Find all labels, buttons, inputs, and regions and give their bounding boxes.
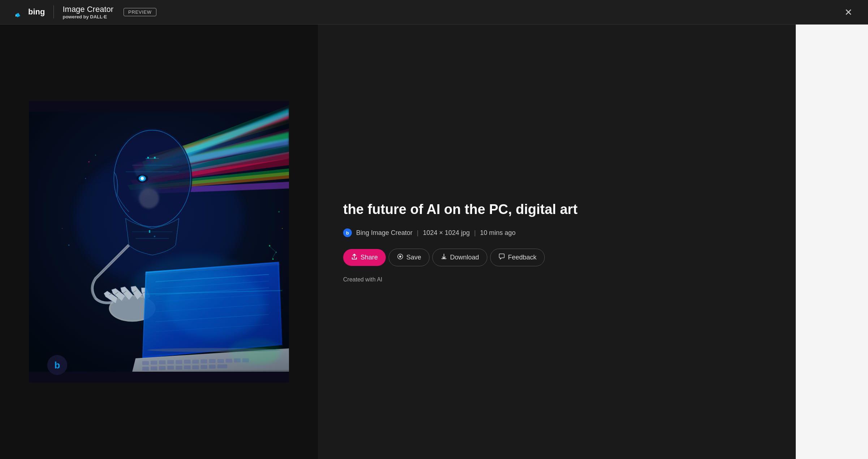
svg-rect-47: [192, 360, 199, 364]
svg-point-6: [112, 128, 193, 228]
svg-point-81: [68, 244, 70, 246]
bing-logo-icon: [11, 5, 25, 19]
created-with-ai: Created with AI: [343, 276, 770, 283]
close-button[interactable]: ✕: [840, 4, 857, 21]
svg-point-15: [141, 177, 144, 180]
header-divider: [53, 5, 54, 18]
header: bing Image Creator powered by DALL·E PRE…: [0, 0, 868, 25]
header-left: bing Image Creator powered by DALL·E PRE…: [11, 5, 156, 20]
share-label: Share: [360, 254, 378, 261]
save-icon: [397, 253, 403, 262]
svg-rect-43: [159, 360, 165, 364]
preview-badge: PREVIEW: [124, 8, 156, 16]
svg-point-78: [278, 211, 280, 213]
image-meta: b Bing Image Creator | 1024 × 1024 jpg |…: [343, 228, 770, 237]
save-button[interactable]: Save: [389, 249, 429, 266]
svg-rect-19: [149, 230, 150, 233]
ai-image: b: [29, 101, 289, 382]
svg-rect-55: [151, 366, 157, 370]
svg-rect-51: [226, 359, 232, 363]
svg-rect-50: [217, 359, 224, 363]
image-container: b: [0, 25, 318, 459]
svg-rect-54: [142, 367, 149, 371]
svg-rect-62: [209, 365, 215, 369]
svg-rect-48: [200, 359, 207, 363]
svg-rect-42: [151, 361, 157, 365]
download-icon: [441, 253, 447, 262]
svg-rect-41: [142, 361, 149, 365]
svg-point-75: [88, 161, 90, 163]
share-button[interactable]: Share: [343, 249, 386, 266]
feedback-label: Feedback: [508, 254, 536, 261]
svg-point-76: [95, 155, 96, 156]
bing-logo-text: bing: [28, 7, 45, 17]
header-title-area: Image Creator powered by DALL·E: [62, 5, 113, 20]
bing-logo: bing: [11, 5, 45, 19]
meta-source: Bing Image Creator: [356, 229, 413, 237]
svg-rect-63: [217, 364, 228, 368]
svg-rect-49: [209, 359, 215, 363]
ai-image-svg: b: [29, 101, 289, 382]
header-title: Image Creator: [62, 5, 113, 14]
download-button[interactable]: Download: [432, 249, 487, 266]
svg-rect-61: [200, 365, 207, 369]
close-icon: ✕: [845, 8, 852, 17]
right-panel: the future of AI on the PC, digital art …: [318, 25, 796, 459]
svg-point-83: [399, 255, 401, 258]
svg-point-30: [165, 272, 265, 338]
svg-point-66: [246, 347, 279, 363]
meta-time: 10 mins ago: [480, 229, 515, 237]
svg-rect-57: [167, 366, 174, 370]
svg-rect-69: [272, 258, 274, 260]
meta-separator-1: |: [417, 229, 419, 237]
svg-text:b: b: [55, 360, 60, 370]
meta-dimensions: 1024 × 1024 jpg: [423, 229, 470, 237]
svg-rect-12: [154, 157, 156, 159]
download-label: Download: [450, 254, 479, 261]
far-right-panel: [796, 25, 868, 459]
save-label: Save: [406, 254, 421, 261]
feedback-icon: [498, 253, 505, 262]
svg-rect-45: [176, 360, 182, 364]
svg-rect-60: [192, 365, 199, 369]
svg-rect-46: [184, 360, 190, 364]
svg-point-79: [282, 228, 283, 229]
share-icon: [351, 253, 358, 262]
svg-rect-59: [184, 365, 190, 369]
left-panel: b: [0, 25, 318, 459]
svg-rect-68: [276, 252, 277, 253]
svg-rect-56: [159, 366, 165, 370]
svg-rect-11: [147, 157, 149, 159]
svg-rect-20: [154, 236, 155, 237]
image-info: the future of AI on the PC, digital art …: [343, 201, 770, 283]
image-title: the future of AI on the PC, digital art: [343, 201, 770, 218]
header-subtitle: powered by DALL·E: [62, 14, 113, 20]
source-icon: b: [343, 228, 352, 237]
svg-point-77: [85, 178, 86, 179]
svg-point-80: [62, 228, 63, 229]
main-content: b the future of AI on the PC, digital ar…: [0, 25, 868, 459]
meta-separator-2: |: [474, 229, 476, 237]
feedback-button[interactable]: Feedback: [490, 249, 545, 266]
svg-rect-58: [176, 366, 182, 370]
action-buttons: Share Save: [343, 249, 770, 266]
svg-rect-44: [167, 360, 174, 364]
